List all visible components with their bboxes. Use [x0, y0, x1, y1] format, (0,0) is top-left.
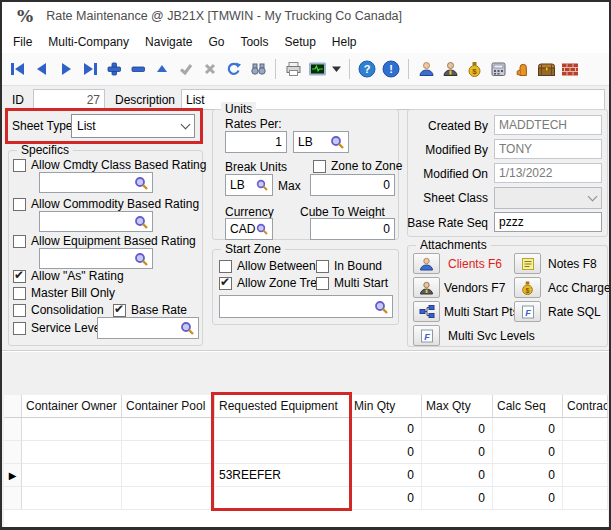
multi-svc-levels-button-label[interactable]: Multi Svc Levels	[448, 329, 535, 343]
grid-row[interactable]: 0 0 0	[4, 418, 608, 441]
vendors-button[interactable]	[413, 277, 440, 298]
checkbox-icon[interactable]	[13, 235, 26, 248]
menu-file[interactable]: File	[5, 32, 40, 52]
previous-record-icon[interactable]	[30, 57, 54, 81]
commodity-lookup-field[interactable]	[39, 211, 153, 232]
service-level-checkbox[interactable]: Service Level	[13, 321, 103, 335]
collapse-icon[interactable]	[150, 57, 174, 81]
help-icon[interactable]: ?	[355, 57, 379, 81]
clients-button-label[interactable]: Clients F6	[448, 257, 502, 271]
checkbox-icon[interactable]	[13, 304, 26, 317]
vendors-button-label[interactable]: Vendors F7	[444, 281, 505, 295]
cube-to-weight-field[interactable]: 0	[310, 218, 395, 240]
last-record-icon[interactable]	[78, 57, 102, 81]
row-selector[interactable]	[4, 441, 22, 464]
cell[interactable]	[22, 418, 122, 441]
rates-grid[interactable]: Container Owner Container Pool Requested…	[4, 395, 608, 527]
multi-start-pts-button-label[interactable]: Multi Start Pts	[444, 305, 519, 319]
row-selector[interactable]	[4, 487, 22, 510]
id-field[interactable]: 27	[33, 89, 105, 110]
checkbox-icon[interactable]	[316, 277, 329, 290]
add-record-icon[interactable]	[102, 57, 126, 81]
grid-row-active[interactable]: ▶ 53REEFER 0 0 0	[4, 464, 608, 487]
cell[interactable]: 0	[493, 441, 563, 464]
lookup-magnifier-icon[interactable]	[374, 300, 388, 314]
menu-navigate[interactable]: Navigate	[137, 32, 200, 52]
cell[interactable]	[22, 487, 122, 510]
cancel-icon[interactable]	[198, 57, 222, 81]
sheet-type-dropdown[interactable]: List	[71, 114, 195, 138]
notes-button-label[interactable]: Notes F8	[548, 257, 597, 271]
remove-record-icon[interactable]	[126, 57, 150, 81]
vendor-toolbar-icon[interactable]	[438, 57, 462, 81]
zone-to-zone-checkbox[interactable]: Zone to Zone	[313, 159, 402, 173]
break-units-field[interactable]: LB	[225, 174, 273, 196]
menu-setup[interactable]: Setup	[276, 32, 323, 52]
in-bound-checkbox[interactable]: In Bound	[316, 259, 382, 273]
notes-button[interactable]	[514, 253, 541, 274]
cell[interactable]	[122, 464, 215, 487]
glove-icon[interactable]	[510, 57, 534, 81]
cell[interactable]	[215, 441, 350, 464]
acc-charges-button[interactable]: $	[514, 277, 541, 298]
currency-field[interactable]: CAD	[225, 218, 273, 240]
checkbox-checked-icon[interactable]	[219, 277, 232, 290]
col-requested-equipment[interactable]: Requested Equipment	[215, 395, 350, 417]
active-row-marker[interactable]: ▶	[4, 464, 22, 487]
rate-sql-button[interactable]: F	[514, 301, 541, 322]
terminal-icon[interactable]	[305, 57, 329, 81]
checkbox-icon[interactable]	[219, 260, 232, 273]
multi-start-checkbox[interactable]: Multi Start	[316, 276, 388, 290]
allow-between-checkbox[interactable]: Allow Between	[219, 259, 316, 273]
cell[interactable]	[563, 487, 608, 510]
multi-start-pts-button[interactable]	[413, 301, 440, 322]
grid-row[interactable]: 0 0 0	[4, 441, 608, 464]
checkbox-icon[interactable]	[316, 260, 329, 273]
base-rate-seq-field[interactable]: pzzz	[494, 212, 602, 232]
cell[interactable]: 0	[350, 418, 422, 441]
cell[interactable]: 0	[422, 487, 493, 510]
dropdown-arrow-icon[interactable]	[329, 57, 344, 81]
money-bag-toolbar-icon[interactable]: $	[462, 57, 486, 81]
cmdty-class-lookup-field[interactable]	[39, 172, 153, 193]
chest-icon[interactable]	[534, 57, 558, 81]
allow-as-rating-checkbox[interactable]: Allow "As" Rating	[13, 269, 124, 283]
cell[interactable]: 0	[422, 441, 493, 464]
calculator-icon[interactable]	[486, 57, 510, 81]
printer-icon[interactable]	[281, 57, 305, 81]
cell[interactable]: 0	[422, 464, 493, 487]
lookup-magnifier-icon[interactable]	[134, 215, 148, 229]
checkbox-icon[interactable]	[13, 159, 26, 172]
cell[interactable]	[22, 441, 122, 464]
col-max-qty[interactable]: Max Qty	[422, 395, 493, 417]
binoculars-icon[interactable]	[246, 57, 270, 81]
lookup-magnifier-icon[interactable]	[256, 223, 268, 235]
clients-button[interactable]	[413, 253, 440, 274]
cell[interactable]	[563, 441, 608, 464]
allow-cmdty-class-checkbox[interactable]: Allow Cmdty Class Based Rating	[13, 158, 206, 172]
lookup-magnifier-icon[interactable]	[330, 135, 344, 149]
cell[interactable]: 0	[493, 487, 563, 510]
sheet-class-dropdown[interactable]	[494, 187, 602, 209]
lookup-magnifier-icon[interactable]	[256, 179, 268, 191]
lookup-magnifier-icon[interactable]	[134, 252, 148, 266]
cell[interactable]: 0	[350, 441, 422, 464]
info-icon[interactable]: !	[379, 57, 403, 81]
col-calc-seq[interactable]: Calc Seq	[493, 395, 563, 417]
rates-per-unit-field[interactable]: LB	[293, 131, 349, 153]
refresh-icon[interactable]	[222, 57, 246, 81]
first-record-icon[interactable]	[6, 57, 30, 81]
row-selector[interactable]	[4, 418, 22, 441]
cell[interactable]	[563, 418, 608, 441]
menu-go[interactable]: Go	[200, 32, 232, 52]
cell[interactable]: 0	[350, 464, 422, 487]
consolidation-checkbox[interactable]: Consolidation	[13, 303, 104, 317]
cell[interactable]: 0	[493, 464, 563, 487]
cell[interactable]: 0	[493, 418, 563, 441]
checkbox-checked-icon[interactable]	[13, 270, 26, 283]
allow-equipment-checkbox[interactable]: Allow Equipment Based Rating	[13, 234, 196, 248]
cell[interactable]	[22, 464, 122, 487]
acc-charges-button-label[interactable]: Acc Charges	[548, 281, 611, 295]
master-bill-only-checkbox[interactable]: Master Bill Only	[13, 286, 115, 300]
cell[interactable]	[122, 487, 215, 510]
